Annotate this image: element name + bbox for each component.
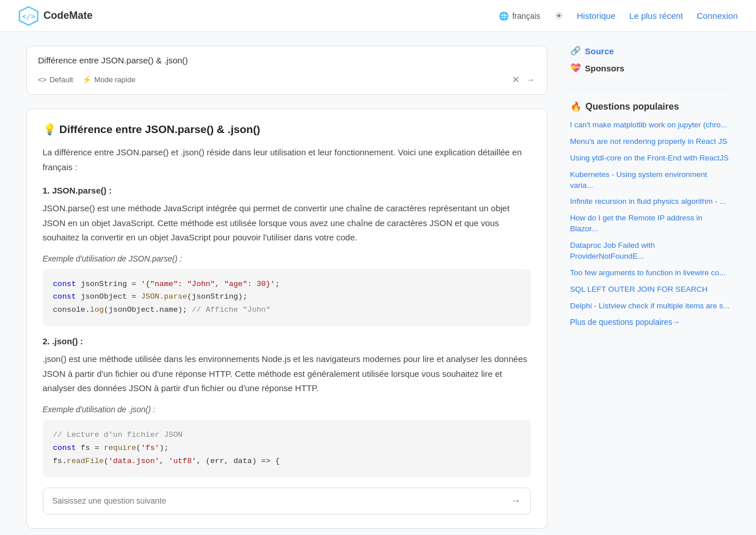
popular-question-7[interactable]: Dataproc Job Failed with ProviderNotFoun… — [570, 240, 730, 262]
main-content: Différence entre JSON.parse() & .json() … — [26, 46, 547, 529]
popular-question-6[interactable]: How do I get the Remote IP address in Bl… — [570, 213, 730, 235]
popular-title-text: Questions populaires — [586, 102, 679, 112]
lang-text: français — [512, 11, 540, 21]
popular-question-9[interactable]: SQL LEFT OUTER JOIN FOR SEARCH — [570, 284, 730, 295]
section2-heading: 2. .json() : — [43, 336, 531, 346]
popular-question-5[interactable]: Infinite recursion in fluid physics algo… — [570, 196, 730, 207]
mode-fast-label: Mode rapide — [94, 75, 135, 84]
mode-default-button[interactable]: <> Default — [38, 75, 73, 84]
answer-intro: La différence entre JSON.parse() et .jso… — [43, 145, 531, 174]
logo-icon: </> — [18, 6, 39, 26]
theme-toggle-button[interactable]: ☀ — [554, 10, 563, 22]
popular-question-1[interactable]: I can't make matplotlib work on jupyter … — [570, 120, 730, 131]
answer-card: 💡 Différence entre JSON.parse() & .json(… — [26, 108, 547, 529]
svg-text:</>: </> — [22, 12, 35, 21]
popular-questions-section: 🔥 Questions populaires I can't make matp… — [570, 101, 730, 327]
link-icon: 🔗 — [570, 46, 581, 56]
example1-label: Exemple d'utilisation de JSON.parse() : — [43, 254, 531, 263]
question-input-bar: → — [43, 488, 531, 514]
section2-text: .json() est une méthode utilisée dans le… — [43, 352, 531, 396]
mode-fast-button[interactable]: ⚡ Mode rapide — [82, 75, 135, 84]
source-section: 🔗 Source 💝 Sponsors — [570, 46, 730, 73]
nav-login[interactable]: Connexion — [697, 11, 738, 21]
search-actions: ✕ → — [512, 74, 535, 85]
language-selector[interactable]: 🌐 français — [499, 11, 540, 21]
popular-question-3[interactable]: Using ytdl-core on the Front-End with Re… — [570, 153, 730, 164]
heart-icon: 💝 — [570, 63, 581, 73]
popular-question-2[interactable]: Menu's are not rendering properly in Rea… — [570, 136, 730, 147]
popular-question-10[interactable]: Delphi - Listview check if multiple item… — [570, 301, 730, 312]
next-question-input[interactable] — [53, 496, 511, 505]
code-icon: <> — [38, 75, 47, 84]
popular-questions-list: I can't make matplotlib work on jupyter … — [570, 120, 730, 312]
code-block-2: // Lecture d'un fichier JSON const fs = … — [43, 420, 531, 477]
popular-question-8[interactable]: Too few arguments to function in livewir… — [570, 268, 730, 279]
section1-text: JSON.parse() est une méthode JavaScript … — [43, 201, 531, 245]
search-controls: <> Default ⚡ Mode rapide ✕ → — [38, 74, 535, 85]
sponsors-label: Sponsors — [585, 63, 625, 73]
globe-icon: 🌐 — [499, 11, 509, 21]
submit-button[interactable]: → — [526, 75, 535, 85]
section1-heading: 1. JSON.parse() : — [43, 186, 531, 195]
logo-text: CodeMate — [43, 10, 93, 22]
sidebar-divider — [570, 89, 730, 90]
search-card: Différence entre JSON.parse() & .json() … — [26, 46, 547, 95]
nav-recent[interactable]: Le plus récent — [629, 11, 683, 21]
code-block-1: const jsonString = '{"name": "John", "ag… — [43, 269, 531, 327]
popular-question-4[interactable]: Kubernetes - Using system environment va… — [570, 170, 730, 191]
popular-questions-title: 🔥 Questions populaires — [570, 101, 730, 112]
send-button[interactable]: → — [511, 495, 521, 507]
sponsors-link[interactable]: 💝 Sponsors — [570, 63, 730, 73]
source-label: Source — [585, 46, 614, 56]
sidebar: 🔗 Source 💝 Sponsors 🔥 Questions populair… — [570, 46, 730, 529]
source-link[interactable]: 🔗 Source — [570, 46, 730, 56]
header-nav: 🌐 français ☀ Historique Le plus récent C… — [499, 10, 738, 22]
page-layout: Différence entre JSON.parse() & .json() … — [13, 32, 744, 535]
example2-label: Exemple d'utilisation de .json() : — [43, 405, 531, 414]
lightning-icon: ⚡ — [82, 75, 91, 84]
search-title: Différence entre JSON.parse() & .json() — [38, 55, 535, 65]
answer-title: 💡 Différence entre JSON.parse() & .json(… — [43, 123, 531, 136]
mode-default-label: Default — [50, 75, 73, 84]
more-questions-link[interactable]: Plus de questions populaires→ — [570, 317, 730, 327]
nav-history[interactable]: Historique — [577, 11, 616, 21]
fire-icon: 🔥 — [570, 101, 582, 112]
logo[interactable]: </> CodeMate — [18, 6, 93, 26]
header: </> CodeMate 🌐 français ☀ Historique Le … — [0, 0, 756, 32]
clear-button[interactable]: ✕ — [512, 74, 519, 85]
